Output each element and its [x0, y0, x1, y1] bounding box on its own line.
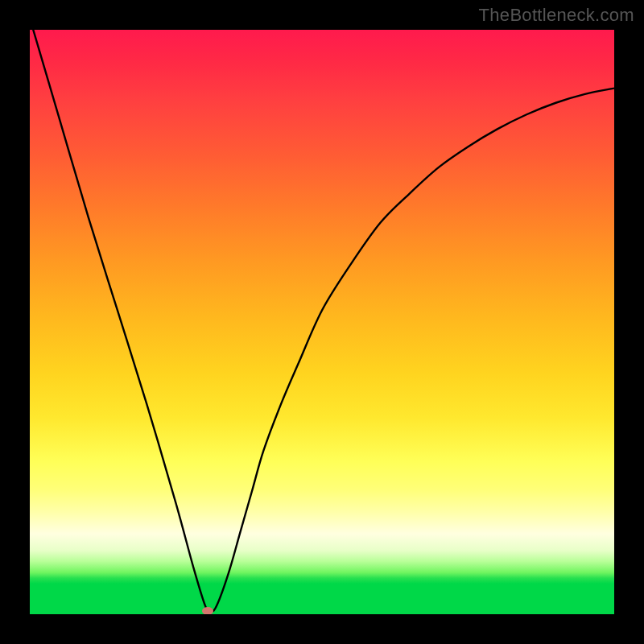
chart-frame: TheBottleneck.com — [0, 0, 644, 644]
plot-area — [30, 30, 614, 614]
curve-svg — [30, 30, 614, 614]
watermark-text: TheBottleneck.com — [479, 5, 634, 26]
minimum-marker — [202, 607, 213, 614]
bottleneck-curve — [30, 30, 614, 612]
